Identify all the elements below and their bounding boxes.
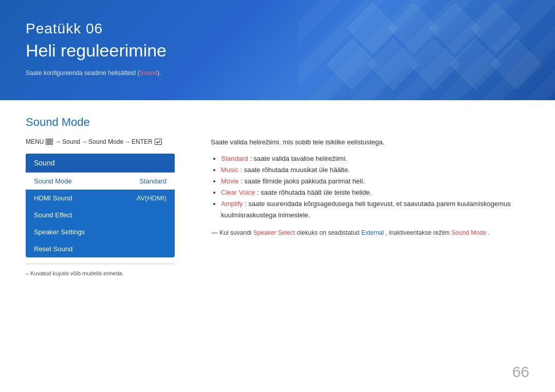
bullet-list: Standard : saate valida tavalise helirež…: [211, 153, 529, 221]
highlight-standard: Standard: [221, 155, 248, 162]
right-column: Saate valida helirežiimi, mis sobib teie…: [211, 116, 529, 276]
menu-item-hdmi-sound[interactable]: HDMI Sound AV(HDMI): [26, 190, 175, 207]
menu-item-label: Reset Sound: [34, 245, 72, 253]
menu-item-label: HDMI Sound: [34, 194, 72, 202]
highlight-amplify: Amplify: [221, 200, 243, 208]
enter-icon: [155, 139, 162, 145]
text-standard: : saate valida tavalise helirežiimi.: [250, 155, 347, 162]
main-content: Sound Mode MENU → Sound → Sound Mode → E…: [0, 100, 555, 287]
menu-label: MENU: [26, 138, 44, 145]
note-end: .: [488, 229, 490, 236]
sound-mode-label: Sound Mode: [88, 138, 123, 145]
menu-item-speaker-settings[interactable]: Speaker Settings: [26, 223, 175, 240]
diamond-pattern: [324, 5, 540, 98]
arrow2: →: [81, 138, 87, 145]
list-item: Music : saate rõhutada muusikat üle hääl…: [221, 164, 529, 176]
list-item: Amplify : saate suurendada kõrgsageduseg…: [221, 198, 529, 221]
section-title: Sound Mode: [26, 116, 190, 129]
note-middle: olekuks on seadistatud: [297, 229, 361, 236]
divider: [26, 264, 175, 264]
note-sound-mode: Sound Mode: [451, 229, 486, 236]
svg-rect-1: [47, 141, 52, 142]
menu-item-value: AV(HDMI): [137, 194, 166, 202]
highlight-music: Music: [221, 166, 238, 174]
svg-rect-0: [47, 140, 52, 141]
list-item: Movie : saate filmide jaoks pakkuda pari…: [221, 176, 529, 187]
list-item: Clear Voice : saate rõhutada häält üle t…: [221, 187, 529, 198]
left-column: Sound Mode MENU → Sound → Sound Mode → E…: [26, 116, 190, 276]
note-bottom: – Kuvatud kujutis võib mudeliti erineda.: [26, 270, 190, 276]
text-amplify: : saate suurendada kõrgsagedusega heli t…: [221, 200, 511, 219]
arrow3: →: [124, 138, 131, 145]
menu-item-sound-effect[interactable]: Sound Effect: [26, 207, 175, 223]
note-suffix: , inaktiveeritakse režiim: [385, 229, 451, 236]
menu-item-label: Sound Mode: [34, 177, 72, 185]
page-number: 66: [512, 363, 529, 381]
menu-path: MENU → Sound → Sound Mode → ENTER: [26, 138, 190, 145]
description: Saate valida helirežiimi, mis sobib teie…: [211, 137, 529, 148]
enter-label: ENTER: [132, 138, 153, 145]
menu-item-label: Speaker Settings: [34, 228, 85, 236]
text-clearvoice: : saate rõhutada häält üle teiste helide…: [257, 189, 372, 196]
note-prefix: Kui suvandi: [219, 229, 253, 236]
menu-item-reset-sound[interactable]: Reset Sound: [26, 240, 175, 257]
sound-menu: Sound Sound Mode Standard HDMI Sound AV(…: [26, 154, 175, 257]
list-item: Standard : saate valida tavalise helirež…: [221, 153, 529, 164]
text-music: : saate rõhutada muusikat üle häälte.: [240, 166, 350, 174]
highlight-clearvoice: Clear Voice: [221, 189, 255, 196]
svg-rect-2: [47, 143, 52, 144]
header-banner: Peatükk 06 Heli reguleerimine Saate konf…: [0, 0, 555, 100]
footer-note: Kui suvandi Speaker Select olekuks on se…: [211, 228, 529, 238]
menu-item-sound-mode[interactable]: Sound Mode Standard: [26, 173, 175, 190]
sound-label: Sound: [62, 138, 80, 145]
header-link[interactable]: Sound: [139, 69, 157, 77]
note-speaker-select: Speaker Select: [253, 229, 295, 236]
sound-menu-header: Sound: [26, 154, 175, 173]
note-external: External: [361, 229, 384, 236]
menu-item-value: Standard: [139, 177, 166, 185]
menu-item-label: Sound Effect: [34, 211, 72, 219]
text-movie: : saate filmide jaoks pakkuda parimat he…: [240, 177, 364, 185]
highlight-movie: Movie: [221, 177, 239, 185]
arrow1: →: [55, 138, 61, 145]
menu-icon: [46, 139, 53, 145]
